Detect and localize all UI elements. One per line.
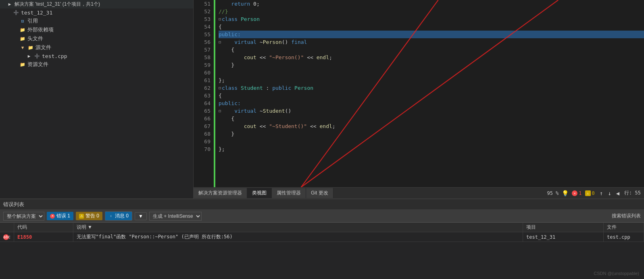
nav-up[interactable]: ↑ (598, 189, 604, 197)
tab-bar: 解决方案资源管理器 类视图 属性管理器 Git 更改 95 % 💡 ✕ 1 ⚠ … (194, 187, 644, 198)
folder-open-icon: ▼ (19, 44, 26, 51)
error-list-title: 错误列表 (0, 199, 644, 210)
code-line-63: { (219, 92, 644, 99)
sidebar-item-headers[interactable]: 📁 头文件 (0, 34, 193, 43)
tab-git-changes[interactable]: Git 更改 (306, 188, 333, 198)
code-line-66: { (219, 115, 644, 122)
sidebar-item-resources[interactable]: 📁 资源文件 (0, 60, 193, 69)
folder-icon: 📁 (19, 27, 26, 33)
info-btn-icon: i (108, 214, 113, 219)
fold-icon-65[interactable]: ⊟ (219, 107, 221, 115)
tab-class-view[interactable]: 类视图 (247, 188, 272, 198)
ref-icon: ⊡ (19, 18, 26, 24)
th-description[interactable]: 说明 ▼ (73, 223, 523, 232)
code-area: 51 52 53 54 55 56 57 58 59 60 61 62 63 6… (194, 0, 644, 198)
code-line-57: { (219, 46, 644, 54)
th-icon (0, 223, 14, 232)
project-icon: ➕ (13, 9, 19, 16)
code-line-68: } (219, 130, 644, 138)
th-project[interactable]: 项目 (523, 223, 604, 232)
td-code: E1850 (14, 232, 73, 242)
nav-left[interactable]: ◀ (615, 189, 621, 197)
code-editor: 51 52 53 54 55 56 57 58 59 60 61 62 63 6… (194, 0, 644, 187)
code-line-62: ⊟class Student : public Person (219, 84, 644, 92)
code-line-53: ⊟class Person (219, 15, 644, 23)
gen-select[interactable]: 生成 + IntelliSense (149, 212, 202, 221)
top-area: ▶ 解决方案 'test_12_31' (1个项目，共1个) ➕ test_12… (0, 0, 644, 198)
td-project: test_12_31 (523, 232, 604, 242)
th-file[interactable]: 文件 (604, 223, 644, 232)
warning-button[interactable]: ⚠ 警告 0 (76, 212, 102, 220)
sidebar-item-test-cpp[interactable]: ▶ ➕ test.cpp (0, 52, 193, 60)
code-line-67: cout << "~Student()" << endl; (219, 122, 644, 130)
info-button[interactable]: i 消息 0 (105, 211, 132, 221)
code-line-55: public: (219, 31, 644, 38)
fold-icon-56[interactable]: ⊟ (219, 38, 221, 46)
sidebar-item-external-deps[interactable]: 📁 外部依赖项 (0, 25, 193, 34)
code-content[interactable]: return 0; //} ⊟class Person { (215, 0, 644, 187)
bottom-panel: 错误列表 整个解决方案 ✕ 错误 1 ⚠ 警告 0 i 消息 0 ▼ (0, 198, 644, 279)
code-line-52: //} (219, 8, 644, 15)
code-line-51: return 0; (219, 0, 644, 8)
tab-property-manager[interactable]: 属性管理器 (272, 188, 306, 198)
error-circle: ✕ (572, 190, 577, 196)
code-line-56: ⊟ virtual ~Person() final (219, 38, 644, 46)
error-table: 代码 说明 ▼ 项目 文件 abc E1850 无法重写"fin (0, 223, 644, 279)
error-toolbar: 整个解决方案 ✕ 错误 1 ⚠ 警告 0 i 消息 0 ▼ 生成 + Intel… (0, 210, 644, 223)
warning-triangle: ⚠ (585, 190, 591, 196)
intellisense-icon: 💡 (562, 190, 569, 196)
filter-button[interactable]: ▼ (135, 212, 147, 220)
sidebar-item-ref[interactable]: ⊡ 引用 (0, 17, 193, 25)
solution-title[interactable]: ▶ 解决方案 'test_12_31' (1个项目，共1个) (0, 0, 193, 8)
code-line-60 (219, 69, 644, 76)
th-code[interactable]: 代码 (14, 223, 73, 232)
td-file: test.cpp (604, 232, 644, 242)
nav-arrows: ↑ ↓ ◀ (598, 189, 621, 197)
td-description: 无法重写"final"函数 "Person::~Person" (已声明 所在行… (73, 232, 523, 242)
code-line-54: { (219, 23, 644, 31)
line-numbers: 51 52 53 54 55 56 57 58 59 60 61 62 63 6… (194, 0, 214, 187)
zoom-level: 95 % (547, 190, 559, 196)
code-line-70: }; (219, 145, 644, 153)
fold-icon-62[interactable]: ⊟ (219, 84, 221, 92)
sidebar-item-sources[interactable]: ▼ 📁 源文件 (0, 43, 193, 52)
filter-icon: ▼ (138, 213, 143, 219)
code-line-58: cout << "~Person()" << endl; (219, 54, 644, 61)
code-line-64: public: (219, 99, 644, 107)
solution-icon: ▶ (6, 1, 13, 8)
warning-btn-icon: ⚠ (79, 214, 84, 219)
td-type-icon: abc (0, 232, 14, 242)
main-container: ▶ 解决方案 'test_12_31' (1个项目，共1个) ➕ test_12… (0, 0, 644, 279)
table-row[interactable]: abc E1850 无法重写"final"函数 "Person::~Person… (0, 232, 644, 242)
folder-icon: 📁 (27, 44, 34, 51)
error-indicator: ✕ 1 (572, 190, 581, 196)
fold-icon-53[interactable]: ⊟ (219, 15, 221, 23)
cpp-icon: ➕ (34, 53, 40, 59)
sidebar: ▶ 解决方案 'test_12_31' (1个项目，共1个) ➕ test_12… (0, 0, 194, 198)
folder-icon: 📁 (19, 35, 26, 42)
sidebar-item-project[interactable]: ➕ test_12_31 (0, 8, 193, 17)
search-label: 搜索错误列表 (612, 213, 641, 219)
watermark: CSDN @(unstoppable) (594, 271, 639, 276)
error-btn-icon: ✕ (50, 214, 55, 219)
code-line-69 (219, 138, 644, 145)
line-indicator: 行: 55 (624, 190, 641, 196)
folder-icon: 📁 (19, 61, 26, 68)
expand-icon: ▶ (26, 53, 32, 59)
error-row-icon: abc (3, 234, 9, 240)
tab-solution-explorer[interactable]: 解决方案资源管理器 (194, 188, 247, 198)
code-line-61: }; (219, 76, 644, 84)
table-header-row: 代码 说明 ▼ 项目 文件 (0, 223, 644, 232)
scope-select[interactable]: 整个解决方案 (3, 212, 44, 221)
nav-down[interactable]: ↓ (606, 189, 613, 197)
code-line-59: } (219, 61, 644, 69)
code-line-65: ⊟ virtual ~Student() (219, 107, 644, 115)
error-button[interactable]: ✕ 错误 1 (47, 212, 73, 220)
warning-indicator: ⚠ 0 (585, 190, 595, 196)
